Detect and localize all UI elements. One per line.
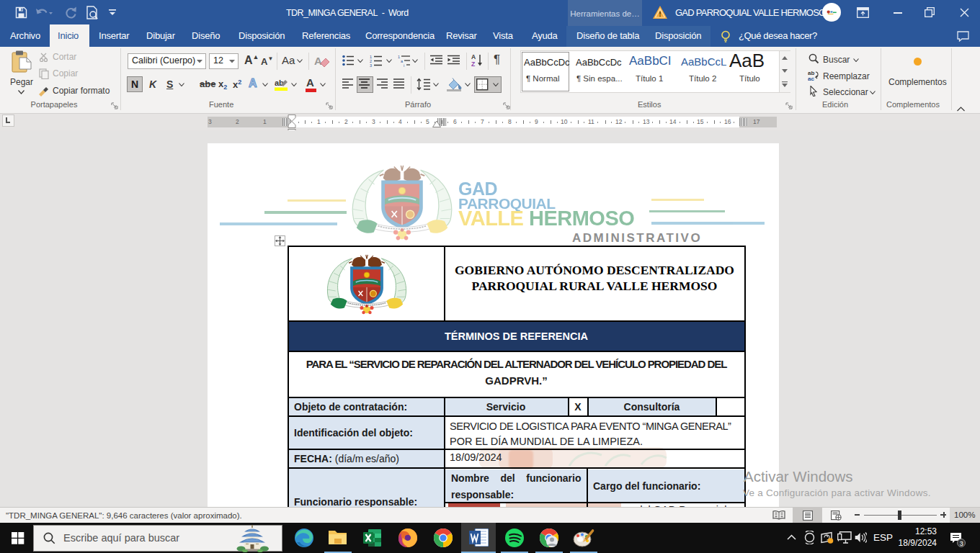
svg-text:A: A — [471, 53, 476, 60]
svg-text:Z: Z — [471, 60, 475, 68]
svg-text:3: 3 — [960, 540, 963, 547]
svg-text:i: i — [404, 63, 404, 68]
svg-text:A: A — [314, 55, 322, 67]
svg-text:3: 3 — [370, 63, 372, 68]
svg-text:1: 1 — [398, 55, 400, 59]
svg-text:ac: ac — [808, 76, 814, 81]
